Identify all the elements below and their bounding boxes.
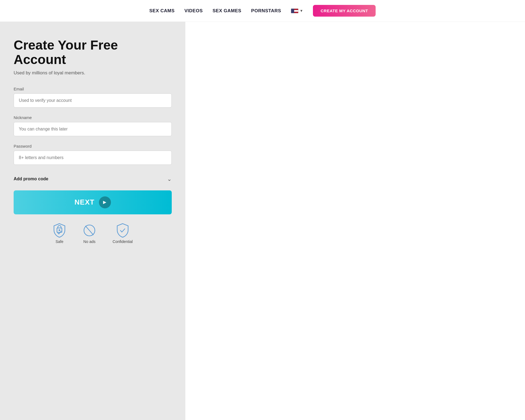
password-input[interactable]	[14, 151, 172, 165]
next-button-label: NEXT	[74, 198, 94, 206]
email-label: Email	[14, 87, 172, 91]
chevron-down-icon: ⌄	[167, 176, 172, 182]
nav-pornstars[interactable]: PORNSTARS	[251, 8, 281, 14]
safe-icon	[53, 223, 66, 238]
nav-videos[interactable]: VIDEOS	[185, 8, 203, 14]
right-content-area	[185, 22, 525, 420]
form-title: Create Your Free Account	[14, 38, 172, 67]
svg-line-3	[86, 226, 93, 235]
us-flag-icon	[291, 8, 298, 13]
form-subtitle: Used by millions of loyal members.	[14, 70, 172, 76]
nickname-field-group: Nickname	[14, 115, 172, 136]
no-ads-icon	[83, 223, 96, 238]
confidential-icon	[116, 223, 129, 238]
password-label: Password	[14, 144, 172, 148]
safe-label: Safe	[56, 239, 64, 244]
password-field-group: Password	[14, 144, 172, 165]
chevron-down-icon: ▼	[300, 9, 303, 13]
nav-sex-cams[interactable]: SEX CAMS	[149, 8, 175, 14]
nickname-input[interactable]	[14, 122, 172, 136]
trust-confidential: Confidential	[113, 223, 133, 244]
email-field-group: Email	[14, 87, 172, 108]
main-nav: SEX CAMS VIDEOS SEX GAMES PORNSTARS ▼ CR…	[149, 5, 376, 17]
promo-code-row[interactable]: Add promo code ⌄	[14, 172, 172, 185]
main-content: Create Your Free Account Used by million…	[0, 22, 525, 420]
svg-point-1	[59, 229, 60, 231]
next-arrow-icon: ►	[99, 196, 111, 208]
email-input[interactable]	[14, 93, 172, 108]
trust-badges: Safe No ads Confidential	[14, 223, 172, 244]
next-button[interactable]: NEXT ►	[14, 190, 172, 214]
promo-code-label: Add promo code	[14, 176, 48, 181]
nav-sex-games[interactable]: SEX GAMES	[213, 8, 242, 14]
language-selector[interactable]: ▼	[291, 8, 303, 13]
create-account-button[interactable]: CREATE MY ACCOUNT	[313, 5, 376, 17]
confidential-label: Confidential	[113, 239, 133, 244]
no-ads-label: No ads	[83, 239, 95, 244]
registration-form-section: Create Your Free Account Used by million…	[0, 22, 185, 420]
trust-safe: Safe	[53, 223, 66, 244]
nickname-label: Nickname	[14, 115, 172, 120]
trust-no-ads: No ads	[83, 223, 96, 244]
site-header: SEX CAMS VIDEOS SEX GAMES PORNSTARS ▼ CR…	[0, 0, 525, 22]
